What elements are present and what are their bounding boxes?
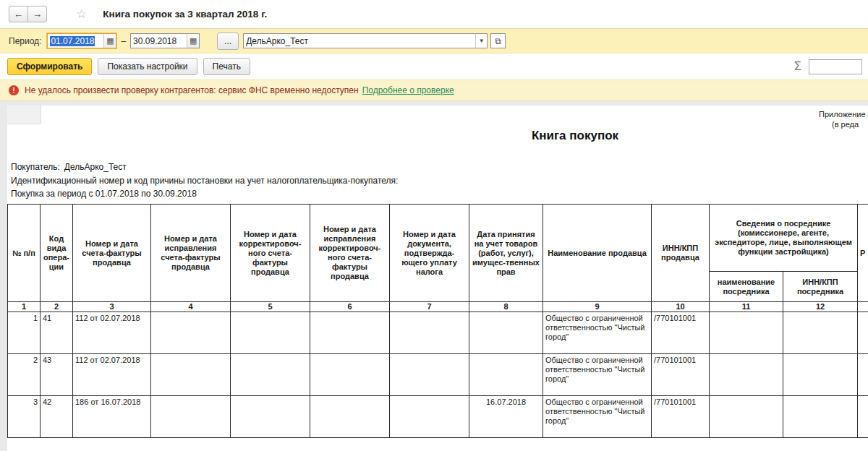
forward-arrow-icon: → [33,9,42,20]
organization-combobox[interactable]: ДельАрко_Тест ▼ [243,33,488,48]
appendix-note-line2: (в реда [832,120,859,129]
cell-accept-date[interactable] [469,312,543,354]
cell-adj-invoice-fix[interactable] [310,312,390,354]
cell-extra[interactable] [858,312,868,354]
cell-mediator-inn[interactable] [783,354,858,396]
period-toolbar: Период: 01.07.2018 ▦ – 30.09.2018 ▦ ... … [0,29,868,53]
report-period-line: Покупка за период с 01.07.2018 по 30.09.… [11,189,197,199]
error-icon: ! [9,85,19,95]
col-number: 9 [543,302,652,312]
cell-op-code[interactable]: 42 [41,396,73,438]
back-button[interactable]: ← [9,6,28,22]
taxpayer-id-line: Идентификационный номер и код причины по… [11,176,398,186]
table-header-row: № п/п Код вида опера-ции Номер и дата сч… [8,205,868,272]
col-header-invoice-fix: Номер и дата исправления счета-фактуры п… [151,205,231,302]
cell-adj-invoice-fix[interactable] [310,396,390,438]
period-choose-button[interactable]: ... [217,33,239,50]
cell-adj-invoice[interactable] [231,312,310,354]
cell-seller[interactable]: Общество с ограниченной ответственностью… [543,312,652,354]
cell-extra[interactable] [858,354,868,396]
cell-mediator-inn[interactable] [783,312,858,354]
cell-payment-doc[interactable] [390,312,469,354]
cell-seller[interactable]: Общество с ограниченной ответственностью… [543,396,652,438]
titlebar: ← → ☆ Книга покупок за 3 квартал 2018 г. [0,0,868,29]
cell-seller-inn[interactable]: /770101001 [652,396,710,438]
cell-adj-invoice[interactable] [231,396,310,438]
cell-mediator-name[interactable] [710,396,783,438]
autosum-field[interactable] [809,59,862,74]
generate-button[interactable]: Сформировать [7,58,92,75]
col-header-mediator-inn: ИНН/КПП посредника [783,272,858,302]
col-header-payment-doc: Номер и дата документа, подтвержда-ющего… [390,205,469,302]
appendix-note-line1: Приложение N [819,110,868,119]
sigma-icon[interactable]: Σ [794,60,801,73]
cell-invoice-fix[interactable] [151,396,231,438]
cell-adj-invoice-fix[interactable] [310,354,390,396]
col-number: 3 [73,302,151,312]
cell-adj-invoice[interactable] [231,354,310,396]
cell-seller-inn[interactable]: /770101001 [652,354,710,396]
sheet-corner [7,106,41,124]
col-number: 8 [469,302,543,312]
cell-op-code[interactable]: 43 [41,354,73,396]
col-number: 6 [310,302,390,312]
col-number: 10 [652,302,710,312]
cell-accept-date[interactable] [469,354,543,396]
app-window: ← → ☆ Книга покупок за 3 квартал 2018 г.… [0,0,868,451]
period-dash: – [121,36,126,46]
open-icon: ⧉ [495,36,501,46]
cell-payment-doc[interactable] [390,354,469,396]
table-row: 3 42 186 от 16.07.2018 16.07.2018 Общест… [8,396,868,438]
buyer-value: ДельАрко_Тест [64,162,127,172]
cell-invoice[interactable]: 112 от 02.07.2018 [73,312,151,354]
date-to-input[interactable]: 30.09.2018 ▦ [130,33,200,48]
organization-value: ДельАрко_Тест [246,36,308,46]
col-header-adj-invoice-fix: Номер и дата исправления корректировоч-н… [310,205,390,302]
cell-mediator-name[interactable] [710,312,783,354]
cell-num[interactable]: 1 [8,312,41,354]
cell-num[interactable]: 2 [8,354,41,396]
favorite-star-icon[interactable]: ☆ [76,7,87,22]
warning-message: Не удалось произвести проверку контраген… [25,85,359,95]
forward-button[interactable]: → [27,6,47,22]
cell-invoice[interactable]: 112 от 02.07.2018 [73,354,151,396]
col-header-adj-invoice: Номер и дата корректировоч-ного счета-фа… [231,205,310,302]
warning-bar: ! Не удалось произвести проверку контраг… [0,80,868,101]
col-number [858,302,868,312]
cell-extra[interactable] [858,396,868,438]
show-settings-button[interactable]: Показать настройки [98,58,197,75]
col-header-invoice: Номер и дата счета-фактуры продавца [73,205,151,302]
col-number: 11 [710,302,783,312]
cell-mediator-name[interactable] [710,354,783,396]
chevron-down-icon[interactable]: ▼ [475,34,487,48]
cell-invoice-fix[interactable] [151,354,231,396]
report-sheet: Приложение N (в реда Книга покупок Покуп… [7,106,868,451]
purchase-book-table: № п/п Код вида опера-ции Номер и дата сч… [7,204,868,438]
cell-invoice-fix[interactable] [151,312,231,354]
cell-op-code[interactable]: 41 [41,312,73,354]
cell-seller[interactable]: Общество с ограниченной ответственностью… [543,354,652,396]
col-header-num: № п/п [8,205,41,302]
buyer-line: Покупатель:ДельАрко_Тест [11,162,127,172]
open-list-button[interactable]: ⧉ [490,33,506,48]
col-header-accept-date: Дата принятия на учет товаров (работ, ус… [469,205,543,302]
calendar-icon[interactable]: ▦ [103,34,116,48]
col-header-op-code: Код вида опера-ции [41,205,73,302]
cell-invoice[interactable]: 186 от 16.07.2018 [73,396,151,438]
warning-details-link[interactable]: Подробнее о проверке [362,85,454,95]
date-to-value: 30.09.2018 [133,36,176,46]
cell-payment-doc[interactable] [390,396,469,438]
table-row: 2 43 112 от 02.07.2018 Общество с ограни… [8,354,868,396]
calendar-icon[interactable]: ▦ [187,34,199,48]
cell-mediator-inn[interactable] [783,396,858,438]
cell-num[interactable]: 3 [8,396,41,438]
date-from-input[interactable]: 01.07.2018 ▦ [47,33,116,48]
back-arrow-icon: ← [14,9,23,20]
col-number: 5 [231,302,310,312]
table-row: 1 41 112 от 02.07.2018 Общество с ограни… [8,312,868,354]
page-title: Книга покупок за 3 квартал 2018 г. [103,9,267,20]
date-from-value: 01.07.2018 [50,36,95,46]
print-button[interactable]: Печать [203,58,250,75]
cell-accept-date[interactable]: 16.07.2018 [469,396,543,438]
cell-seller-inn[interactable]: /770101001 [652,312,710,354]
